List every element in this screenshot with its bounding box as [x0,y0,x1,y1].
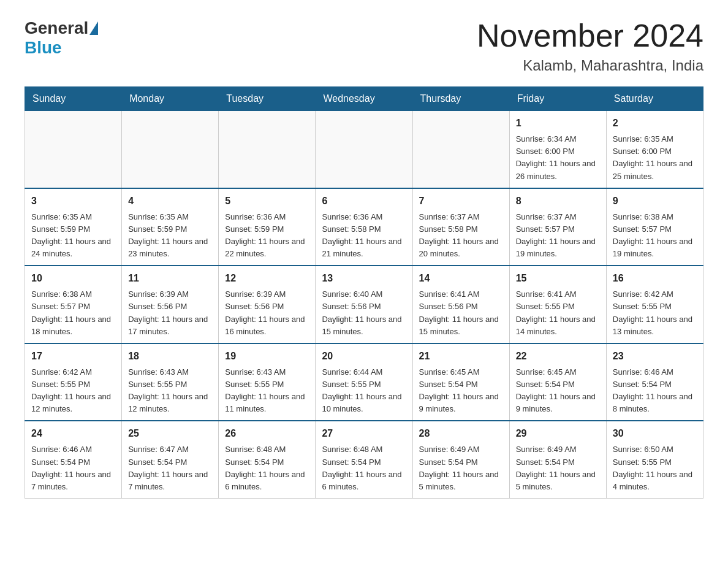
calendar-cell: 7Sunrise: 6:37 AM Sunset: 5:58 PM Daylig… [412,188,509,266]
calendar-cell: 23Sunrise: 6:46 AM Sunset: 5:54 PM Dayli… [606,343,703,421]
day-info: Sunrise: 6:43 AM Sunset: 5:55 PM Dayligh… [225,366,309,416]
day-info: Sunrise: 6:40 AM Sunset: 5:56 PM Dayligh… [322,288,406,338]
day-number: 3 [31,194,115,209]
calendar-cell: 9Sunrise: 6:38 AM Sunset: 5:57 PM Daylig… [606,188,703,266]
column-header-friday: Friday [509,87,606,111]
day-info: Sunrise: 6:35 AM Sunset: 5:59 PM Dayligh… [31,211,115,261]
day-info: Sunrise: 6:48 AM Sunset: 5:54 PM Dayligh… [322,443,406,493]
day-info: Sunrise: 6:34 AM Sunset: 6:00 PM Dayligh… [516,133,600,183]
logo: General Blue [25,18,99,58]
day-number: 26 [225,426,309,441]
day-info: Sunrise: 6:41 AM Sunset: 5:55 PM Dayligh… [516,288,600,338]
column-header-tuesday: Tuesday [219,87,316,111]
calendar-cell: 22Sunrise: 6:45 AM Sunset: 5:54 PM Dayli… [509,343,606,421]
column-header-sunday: Sunday [25,87,122,111]
calendar-cell: 1Sunrise: 6:34 AM Sunset: 6:00 PM Daylig… [509,111,606,188]
day-number: 1 [516,116,600,131]
logo-general: General [25,18,88,38]
calendar-cell: 29Sunrise: 6:49 AM Sunset: 5:54 PM Dayli… [509,421,606,498]
column-header-saturday: Saturday [606,87,703,111]
day-number: 9 [613,194,697,209]
logo-text: General [25,18,99,38]
calendar-week-2: 3Sunrise: 6:35 AM Sunset: 5:59 PM Daylig… [25,188,703,266]
calendar-cell: 16Sunrise: 6:42 AM Sunset: 5:55 PM Dayli… [606,266,703,343]
day-info: Sunrise: 6:50 AM Sunset: 5:55 PM Dayligh… [613,443,697,493]
calendar-cell: 27Sunrise: 6:48 AM Sunset: 5:54 PM Dayli… [316,421,412,498]
calendar-cell [316,111,412,188]
day-number: 15 [516,271,600,286]
day-info: Sunrise: 6:38 AM Sunset: 5:57 PM Dayligh… [31,288,115,338]
calendar-cell: 3Sunrise: 6:35 AM Sunset: 5:59 PM Daylig… [25,188,122,266]
day-info: Sunrise: 6:47 AM Sunset: 5:54 PM Dayligh… [128,443,212,493]
calendar-week-5: 24Sunrise: 6:46 AM Sunset: 5:54 PM Dayli… [25,421,703,498]
calendar-cell: 2Sunrise: 6:35 AM Sunset: 6:00 PM Daylig… [606,111,703,188]
calendar-cell: 13Sunrise: 6:40 AM Sunset: 5:56 PM Dayli… [316,266,412,343]
day-number: 7 [419,194,503,209]
day-number: 14 [419,271,503,286]
day-number: 19 [225,349,309,364]
logo-blue-text: Blue [25,38,62,58]
calendar-cell [25,111,122,188]
calendar-cell: 10Sunrise: 6:38 AM Sunset: 5:57 PM Dayli… [25,266,122,343]
day-number: 5 [225,194,309,209]
logo-blue: Blue [25,38,62,57]
calendar-cell [412,111,509,188]
day-info: Sunrise: 6:39 AM Sunset: 5:56 PM Dayligh… [128,288,212,338]
calendar-week-3: 10Sunrise: 6:38 AM Sunset: 5:57 PM Dayli… [25,266,703,343]
day-info: Sunrise: 6:37 AM Sunset: 5:57 PM Dayligh… [516,211,600,261]
calendar-week-1: 1Sunrise: 6:34 AM Sunset: 6:00 PM Daylig… [25,111,703,188]
calendar-cell: 26Sunrise: 6:48 AM Sunset: 5:54 PM Dayli… [219,421,316,498]
calendar-cell [122,111,219,188]
day-number: 23 [613,349,697,364]
calendar-cell: 5Sunrise: 6:36 AM Sunset: 5:59 PM Daylig… [219,188,316,266]
calendar-cell: 24Sunrise: 6:46 AM Sunset: 5:54 PM Dayli… [25,421,122,498]
day-number: 10 [31,271,115,286]
day-number: 16 [613,271,697,286]
calendar-title: November 2024 [477,18,703,53]
day-info: Sunrise: 6:39 AM Sunset: 5:56 PM Dayligh… [225,288,309,338]
day-info: Sunrise: 6:44 AM Sunset: 5:55 PM Dayligh… [322,366,406,416]
day-number: 8 [516,194,600,209]
column-header-wednesday: Wednesday [316,87,412,111]
day-number: 30 [613,426,697,441]
calendar-cell: 8Sunrise: 6:37 AM Sunset: 5:57 PM Daylig… [509,188,606,266]
logo-triangle-icon [89,21,98,35]
day-number: 4 [128,194,212,209]
day-number: 27 [322,426,406,441]
calendar-location: Kalamb, Maharashtra, India [477,57,703,74]
day-number: 12 [225,271,309,286]
calendar-cell: 25Sunrise: 6:47 AM Sunset: 5:54 PM Dayli… [122,421,219,498]
day-info: Sunrise: 6:42 AM Sunset: 5:55 PM Dayligh… [31,366,115,416]
day-number: 25 [128,426,212,441]
day-info: Sunrise: 6:37 AM Sunset: 5:58 PM Dayligh… [419,211,503,261]
column-header-monday: Monday [122,87,219,111]
day-info: Sunrise: 6:43 AM Sunset: 5:55 PM Dayligh… [128,366,212,416]
day-number: 11 [128,271,212,286]
day-info: Sunrise: 6:41 AM Sunset: 5:56 PM Dayligh… [419,288,503,338]
day-info: Sunrise: 6:36 AM Sunset: 5:58 PM Dayligh… [322,211,406,261]
calendar-cell: 19Sunrise: 6:43 AM Sunset: 5:55 PM Dayli… [219,343,316,421]
day-number: 21 [419,349,503,364]
day-info: Sunrise: 6:42 AM Sunset: 5:55 PM Dayligh… [613,288,697,338]
day-number: 28 [419,426,503,441]
day-info: Sunrise: 6:46 AM Sunset: 5:54 PM Dayligh… [613,366,697,416]
day-info: Sunrise: 6:45 AM Sunset: 5:54 PM Dayligh… [516,366,600,416]
calendar-cell: 15Sunrise: 6:41 AM Sunset: 5:55 PM Dayli… [509,266,606,343]
day-info: Sunrise: 6:38 AM Sunset: 5:57 PM Dayligh… [613,211,697,261]
day-number: 24 [31,426,115,441]
calendar-cell [219,111,316,188]
day-number: 17 [31,349,115,364]
day-info: Sunrise: 6:48 AM Sunset: 5:54 PM Dayligh… [225,443,309,493]
day-number: 6 [322,194,406,209]
calendar-cell: 20Sunrise: 6:44 AM Sunset: 5:55 PM Dayli… [316,343,412,421]
day-number: 20 [322,349,406,364]
calendar-table: SundayMondayTuesdayWednesdayThursdayFrid… [25,86,703,499]
calendar-cell: 12Sunrise: 6:39 AM Sunset: 5:56 PM Dayli… [219,266,316,343]
calendar-cell: 11Sunrise: 6:39 AM Sunset: 5:56 PM Dayli… [122,266,219,343]
day-info: Sunrise: 6:49 AM Sunset: 5:54 PM Dayligh… [419,443,503,493]
page-header: General Blue November 2024 Kalamb, Mahar… [25,18,703,74]
day-number: 18 [128,349,212,364]
day-number: 2 [613,116,697,131]
day-info: Sunrise: 6:35 AM Sunset: 6:00 PM Dayligh… [613,133,697,183]
calendar-cell: 30Sunrise: 6:50 AM Sunset: 5:55 PM Dayli… [606,421,703,498]
